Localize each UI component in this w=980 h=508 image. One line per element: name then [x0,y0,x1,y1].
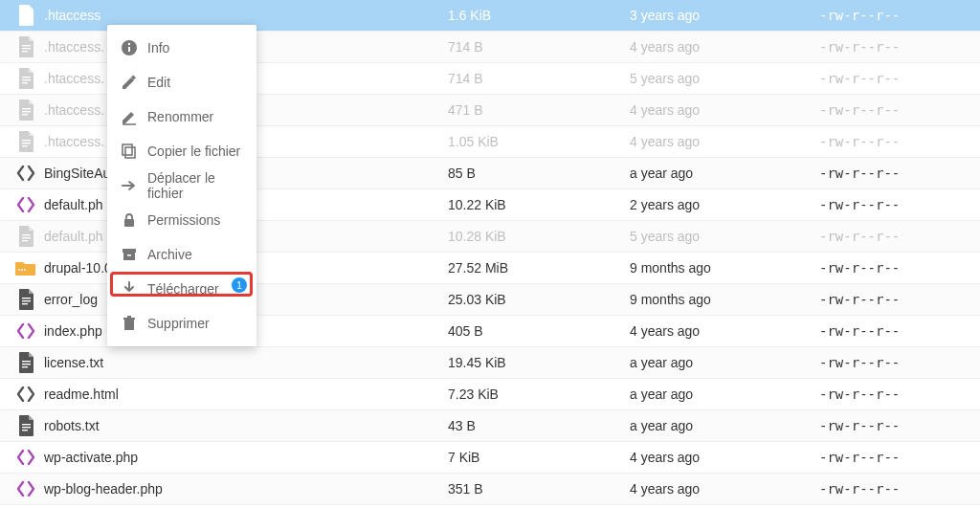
file-row[interactable]: robots.txt 43 B a year ago -rw-r--r-- [0,410,980,442]
file-size: 7.23 KiB [448,387,630,402]
file-permissions: -rw-r--r-- [819,450,970,465]
file-permissions: -rw-r--r-- [819,229,970,244]
move-icon [121,177,144,194]
file-date: 9 months ago [630,292,819,307]
file-size: 7 KiB [448,450,630,465]
file-type-icon [10,166,42,181]
delete-icon [121,315,144,332]
file-size: 19.45 KiB [448,355,630,370]
menu-item-rename[interactable]: Renommer [107,99,256,134]
menu-item-info[interactable]: Info [107,31,256,65]
file-size: 1.6 KiB [448,8,630,23]
file-type-icon [10,99,42,121]
svg-rect-9 [123,253,135,260]
menu-item-label: Supprimer [144,316,243,331]
file-permissions: -rw-r--r-- [819,387,970,402]
rename-icon [121,108,144,125]
file-date: 4 years ago [630,102,819,118]
file-size: 405 B [448,323,630,339]
file-date: 4 years ago [630,481,819,497]
svg-point-2 [128,43,130,45]
file-row[interactable]: wp-blog-header.php 351 B 4 years ago -rw… [0,474,980,505]
file-type-icon [10,481,42,497]
menu-item-label: Renommer [144,109,243,124]
copy-icon [121,143,144,160]
menu-item-label: Déplacer le fichier [144,170,243,201]
file-permissions: -rw-r--r-- [819,166,970,181]
file-row[interactable]: readme.html 7.23 KiB a year ago -rw-r--r… [0,379,980,410]
menu-item-delete[interactable]: Supprimer [107,306,256,341]
file-size: 43 B [448,418,630,433]
file-size: 27.52 MiB [448,260,630,276]
menu-item-move[interactable]: Déplacer le fichier [107,168,256,203]
file-date: 4 years ago [630,134,819,149]
context-menu: Info Edit Renommer Copier le fichier Dép… [107,25,256,346]
file-date: 3 years ago [630,8,819,23]
file-type-icon [10,36,42,57]
file-permissions: -rw-r--r-- [819,481,970,497]
download-icon [121,280,144,298]
file-size: 714 B [448,39,630,55]
file-date: 4 years ago [630,323,819,339]
file-size: 714 B [448,71,630,86]
menu-item-label: Edit [144,75,243,90]
file-type-icon [10,197,42,212]
file-permissions: -rw-r--r-- [819,8,970,23]
file-date: a year ago [630,166,819,181]
file-date: 4 years ago [630,450,819,465]
file-type-icon [10,5,42,26]
edit-icon [121,74,144,91]
svg-rect-8 [122,249,136,253]
menu-item-edit[interactable]: Edit [107,65,256,99]
menu-item-copy[interactable]: Copier le fichier [107,134,256,168]
file-date: a year ago [630,355,819,370]
menu-item-label: Archive [144,247,243,262]
file-permissions: -rw-r--r-- [819,292,970,307]
menu-item-download[interactable]: Télécharger 1 [107,272,256,306]
file-name: readme.html [42,387,448,402]
file-type-icon [10,387,42,402]
svg-rect-1 [128,47,130,52]
svg-rect-13 [123,318,135,320]
svg-rect-10 [127,254,131,256]
svg-rect-6 [122,144,132,155]
menu-item-label: Copier le fichier [144,144,243,159]
file-size: 1.05 KiB [448,134,630,149]
menu-item-label: Permissions [144,212,243,228]
menu-item-label: Info [144,40,243,55]
svg-rect-12 [124,320,134,330]
file-type-icon [10,131,42,152]
file-date: 5 years ago [630,71,819,86]
file-date: a year ago [630,418,819,433]
menu-badge: 1 [232,277,247,293]
file-date: 9 months ago [630,260,819,276]
svg-rect-14 [127,316,131,318]
menu-item-archive[interactable]: Archive [107,237,256,272]
file-size: 10.28 KiB [448,229,630,244]
file-type-icon [10,450,42,465]
info-icon [121,39,144,56]
file-date: 4 years ago [630,39,819,55]
file-permissions: -rw-r--r-- [819,260,970,276]
file-permissions: -rw-r--r-- [819,323,970,339]
menu-item-label: Télécharger [144,281,243,297]
file-permissions: -rw-r--r-- [819,134,970,149]
file-name: wp-activate.php [42,450,448,465]
file-type-icon [10,68,42,89]
file-type-icon [10,415,42,436]
file-permissions: -rw-r--r-- [819,102,970,118]
file-size: 85 B [448,166,630,181]
file-permissions: -rw-r--r-- [819,39,970,55]
file-permissions: -rw-r--r-- [819,418,970,433]
file-size: 351 B [448,481,630,497]
menu-item-lock[interactable]: Permissions [107,203,256,237]
lock-icon [121,211,144,229]
file-type-icon [10,260,42,276]
file-permissions: -rw-r--r-- [819,71,970,86]
archive-icon [121,246,144,263]
file-size: 10.22 KiB [448,197,630,212]
file-row[interactable]: wp-activate.php 7 KiB 4 years ago -rw-r-… [0,442,980,474]
file-row[interactable]: license.txt 19.45 KiB a year ago -rw-r--… [0,347,980,379]
file-name: .htaccess [42,8,448,23]
file-permissions: -rw-r--r-- [819,197,970,212]
